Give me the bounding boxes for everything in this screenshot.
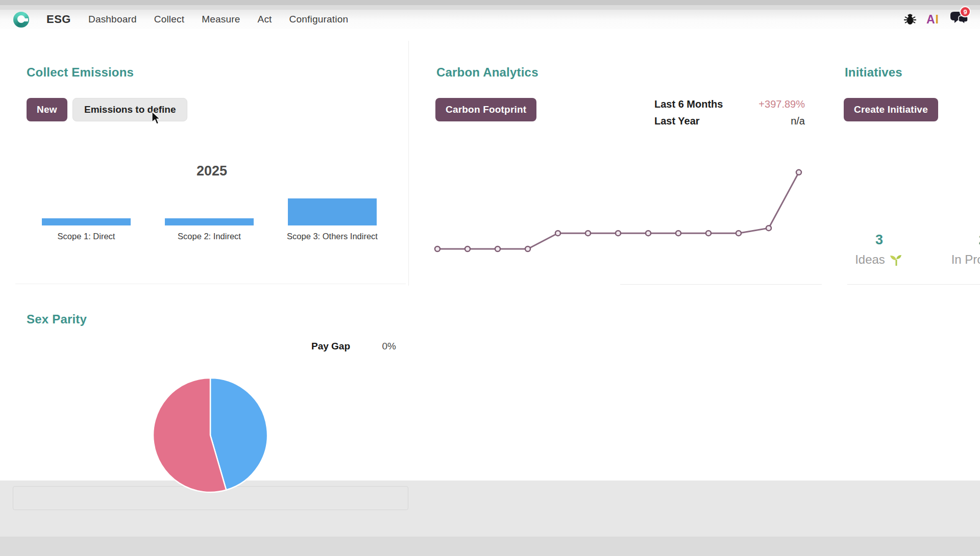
carbon-footprint-button[interactable]: Carbon Footprint xyxy=(435,98,536,121)
chat-unread-badge: 9 xyxy=(960,6,971,17)
bar-chart-labels: Scope 1: Direct Scope 2: Indirect Scope … xyxy=(25,232,394,241)
initiatives-baseline-line xyxy=(847,284,980,285)
nav-left-group: ESG Dashboard Collect Measure Act Config… xyxy=(0,12,348,28)
mouse-cursor-icon xyxy=(151,111,161,125)
ideas-label: Ideas xyxy=(855,252,885,267)
in-progress-label: In Progress xyxy=(942,252,980,267)
bar-chart xyxy=(42,194,377,225)
collect-emissions-title: Collect Emissions xyxy=(27,65,134,80)
seedling-icon xyxy=(889,252,903,267)
carbon-line-chart xyxy=(431,163,809,291)
pay-gap-label: Pay Gap xyxy=(311,341,350,352)
nav-item-collect[interactable]: Collect xyxy=(154,14,184,25)
nav-icons-group: AI 9 xyxy=(903,10,969,29)
left-section-divider xyxy=(15,284,406,284)
app-name[interactable]: ESG xyxy=(46,13,71,26)
sex-parity-pie-chart xyxy=(150,375,271,495)
carbon-analytics-title: Carbon Analytics xyxy=(436,65,538,80)
taskbar-band xyxy=(0,537,980,556)
bar-label-scope1: Scope 1: Direct xyxy=(25,232,148,241)
sex-parity-title: Sex Parity xyxy=(27,312,87,326)
in-progress-count: 2 xyxy=(942,232,980,248)
stat-label: Last Year xyxy=(654,115,700,127)
ideas-count: 3 xyxy=(842,232,916,248)
pay-gap-row: Pay Gap 0% xyxy=(311,341,396,352)
nav-item-measure[interactable]: Measure xyxy=(202,14,240,25)
initiatives-title: Initiatives xyxy=(845,65,902,80)
stat-row-last-6-months: Last 6 Months +397.89% xyxy=(654,98,805,110)
window-top-strip-2 xyxy=(0,5,980,10)
bar-scope2[interactable] xyxy=(165,218,254,225)
nav-item-configuration[interactable]: Configuration xyxy=(289,14,349,25)
chat-icon[interactable]: 9 xyxy=(948,11,969,28)
nav-item-act[interactable]: Act xyxy=(258,14,272,25)
esg-app-logo-icon[interactable] xyxy=(13,12,29,28)
stat-value: +397.89% xyxy=(758,98,805,110)
ideas-label-row: Ideas xyxy=(842,252,916,267)
carbon-stats: Last 6 Months +397.89% Last Year n/a xyxy=(654,98,805,127)
bar-scope3[interactable] xyxy=(288,198,377,225)
in-progress-stat[interactable]: 2 In Progress xyxy=(942,232,980,267)
nav-item-dashboard[interactable]: Dashboard xyxy=(88,14,137,25)
pay-gap-value: 0% xyxy=(382,341,396,352)
bar-label-scope2: Scope 2: Indirect xyxy=(148,232,271,241)
column-divider xyxy=(408,41,409,286)
new-button[interactable]: New xyxy=(27,98,67,121)
ideas-stat[interactable]: 3 Ideas xyxy=(842,232,916,267)
ai-icon[interactable]: AI xyxy=(926,13,939,27)
stat-label: Last 6 Months xyxy=(654,98,723,110)
stat-value: n/a xyxy=(791,115,805,127)
stat-row-last-year: Last Year n/a xyxy=(654,115,805,127)
bar-scope1[interactable] xyxy=(42,218,131,225)
bar-chart-title: 2025 xyxy=(168,163,255,179)
bar-label-scope3: Scope 3: Others Indirect xyxy=(271,232,394,241)
emissions-to-define-button[interactable]: Emissions to define xyxy=(72,98,187,121)
top-navbar: ESG Dashboard Collect Measure Act Config… xyxy=(0,10,980,29)
create-initiative-button[interactable]: Create Initiative xyxy=(844,98,938,121)
bug-icon[interactable] xyxy=(903,12,917,27)
window-top-strip xyxy=(0,0,980,5)
